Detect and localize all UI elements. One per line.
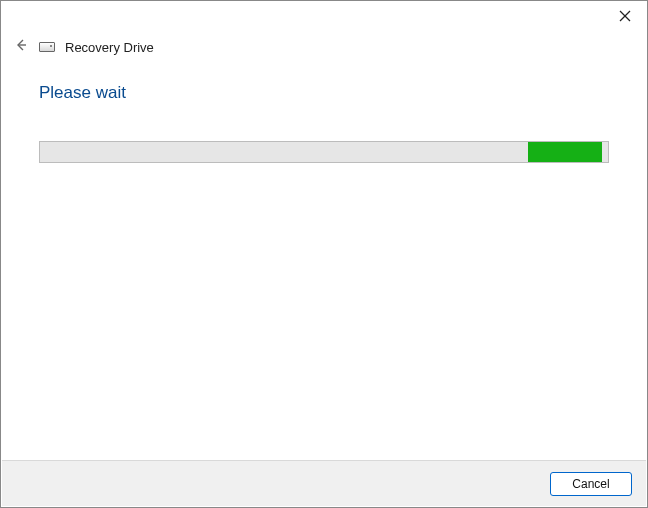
footer: Cancel <box>2 460 646 506</box>
close-button[interactable] <box>615 7 635 27</box>
close-icon <box>619 8 631 26</box>
content-area: Please wait <box>1 55 647 163</box>
status-heading: Please wait <box>39 83 609 103</box>
cancel-button[interactable]: Cancel <box>550 472 632 496</box>
titlebar <box>1 1 647 31</box>
window-title: Recovery Drive <box>65 40 154 55</box>
progress-bar <box>39 141 609 163</box>
progress-chunk <box>528 142 602 162</box>
back-button[interactable] <box>13 39 29 55</box>
drive-icon <box>39 42 55 52</box>
header: Recovery Drive <box>1 39 647 55</box>
back-arrow-icon <box>14 38 28 56</box>
